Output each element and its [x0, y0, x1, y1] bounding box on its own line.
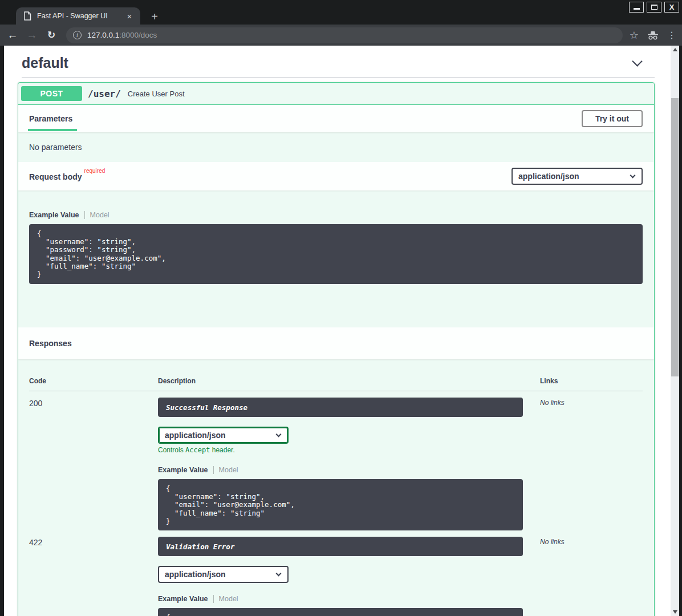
url-path: :8000/docs — [119, 31, 157, 39]
column-links: Links — [540, 377, 643, 385]
response-description: Validation Error — [158, 537, 523, 556]
responses-title: Responses — [29, 339, 72, 348]
minimize-icon — [634, 8, 640, 10]
tab-example-value[interactable]: Example Value — [158, 466, 208, 474]
no-parameters-text: No parameters — [18, 132, 654, 162]
model-example-tabs: Example Value Model — [29, 211, 643, 219]
incognito-icon[interactable] — [647, 30, 659, 41]
response-example-json-200[interactable]: { "username": "string", "email": "user@e… — [158, 479, 523, 530]
window-maximize-button[interactable] — [647, 2, 661, 13]
response-code: 200 — [29, 398, 158, 530]
scrollbar-up-icon[interactable] — [671, 46, 679, 54]
response-description-cell: Validation Error application/json Exampl… — [158, 537, 540, 616]
responses-table: Code Description Links 200 Successful Re… — [18, 359, 654, 616]
window-titlebar: X Fast API - Swagger UI × + — [0, 0, 682, 25]
forward-icon[interactable]: → — [25, 29, 39, 42]
response-links: No links — [540, 537, 643, 616]
new-tab-button[interactable]: + — [148, 10, 161, 23]
request-body-header: Request bodyrequired application/json — [18, 162, 654, 191]
endpoint-path: /user/ — [88, 88, 121, 99]
collapse-chevron-icon[interactable] — [632, 56, 642, 66]
tab-title: Fast API - Swagger UI — [37, 12, 124, 20]
required-flag: required — [84, 168, 105, 174]
try-it-out-button[interactable]: Try it out — [582, 110, 643, 127]
chevron-down-icon — [630, 172, 636, 178]
request-media-type-select[interactable]: application/json — [511, 168, 643, 185]
tab-close-icon[interactable]: × — [124, 11, 135, 21]
request-example-json[interactable]: { "username": "string", "password": "str… — [29, 224, 643, 284]
responses-header: Responses — [18, 327, 654, 359]
reload-icon[interactable]: ↻ — [44, 29, 58, 42]
tag-section-title: default — [22, 55, 68, 71]
tab-separator — [213, 466, 214, 474]
tab-example-value[interactable]: Example Value — [29, 211, 79, 219]
chevron-down-icon — [276, 570, 282, 576]
parameters-header: Parameters Try it out — [18, 105, 654, 132]
endpoint-summary: Create User Post — [128, 90, 185, 98]
column-code: Code — [29, 377, 158, 385]
response-row-200: 200 Successful Response application/json… — [29, 391, 643, 530]
tab-separator — [84, 211, 85, 219]
model-example-tabs: Example Value Model — [158, 595, 540, 603]
parameters-title: Parameters — [29, 114, 72, 123]
window-minimize-button[interactable] — [629, 2, 644, 13]
response-media-type-select-200[interactable]: application/json — [158, 427, 289, 444]
chevron-down-icon — [276, 431, 282, 437]
site-info-icon[interactable]: i — [73, 31, 82, 39]
scrollbar-down-icon[interactable] — [671, 608, 679, 616]
tab-example-value[interactable]: Example Value — [158, 595, 208, 603]
tab-model[interactable]: Model — [219, 466, 238, 474]
section-divider — [22, 77, 655, 78]
response-media-type-value-422: application/json — [165, 570, 226, 579]
response-description: Successful Response — [158, 398, 523, 417]
controls-accept-message: Controls Accept header. — [158, 446, 540, 454]
browser-tab[interactable]: Fast API - Swagger UI × — [16, 7, 140, 25]
swagger-page: default POST /user/ Create User Post Par… — [4, 46, 671, 616]
request-body-content: Example Value Model { "username": "strin… — [18, 191, 654, 327]
response-row-422: 422 Validation Error application/json Ex… — [29, 530, 643, 616]
window-close-button[interactable]: X — [664, 2, 679, 13]
response-code: 422 — [29, 537, 158, 616]
window-right-edge — [679, 46, 682, 616]
page-scrollbar[interactable] — [671, 46, 679, 616]
bookmark-star-icon[interactable]: ☆ — [630, 29, 639, 42]
response-media-type-value-200: application/json — [165, 431, 226, 440]
scrollbar-thumb[interactable] — [671, 98, 679, 376]
response-description-cell: Successful Response application/json Con… — [158, 398, 540, 530]
tag-section-header[interactable]: default — [18, 51, 655, 77]
opblock-post-user: POST /user/ Create User Post Parameters … — [18, 82, 655, 616]
response-links: No links — [540, 398, 643, 530]
request-media-type-value: application/json — [518, 172, 579, 181]
window-controls: X — [629, 2, 679, 13]
responses-table-header: Code Description Links — [29, 359, 643, 385]
request-body-title: Request bodyrequired — [29, 171, 105, 181]
maximize-icon — [651, 5, 657, 10]
tab-separator — [213, 595, 214, 603]
response-media-type-select-422[interactable]: application/json — [158, 566, 289, 583]
url-host: 127.0.0.1 — [87, 31, 119, 39]
close-icon: X — [669, 3, 675, 11]
tab-model[interactable]: Model — [90, 211, 109, 219]
address-bar[interactable]: i 127.0.0.1:8000/docs — [66, 27, 623, 43]
opblock-summary[interactable]: POST /user/ Create User Post — [18, 83, 654, 105]
back-icon[interactable]: ← — [6, 29, 19, 42]
response-example-json-422[interactable]: { "detail": [ — [158, 608, 523, 616]
tab-model[interactable]: Model — [219, 595, 238, 603]
model-example-tabs: Example Value Model — [158, 466, 540, 474]
page-viewport: default POST /user/ Create User Post Par… — [0, 46, 682, 616]
column-description: Description — [158, 377, 540, 385]
browser-menu-icon[interactable]: ⋮ — [667, 30, 676, 40]
browser-toolbar: ← → ↻ i 127.0.0.1:8000/docs ☆ ⋮ — [0, 25, 682, 46]
method-badge: POST — [21, 86, 82, 101]
page-favicon-icon — [23, 11, 31, 21]
url-text[interactable]: 127.0.0.1:8000/docs — [87, 31, 157, 39]
